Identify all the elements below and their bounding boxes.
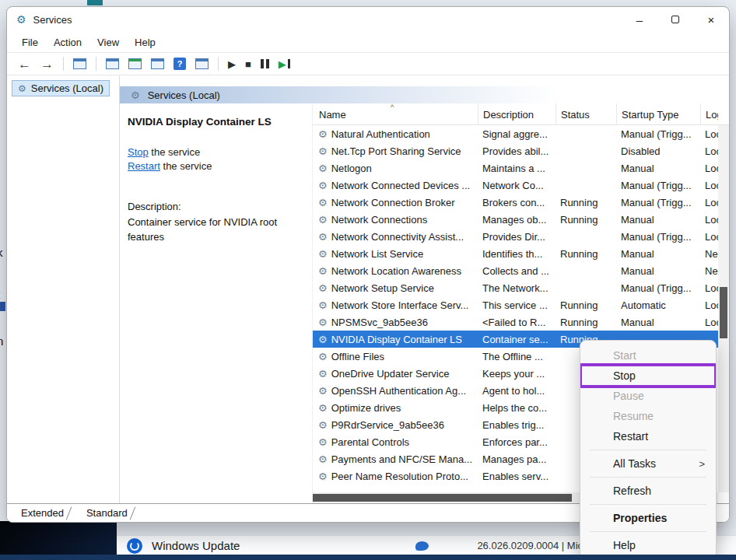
vertical-scroll-thumb[interactable] [720, 287, 727, 338]
restart-service-link[interactable]: Restart [128, 160, 160, 172]
menu-item-properties[interactable]: Properties [580, 508, 716, 528]
description-label: Description: [128, 201, 300, 212]
table-row[interactable]: ⚙Network Connected Devices ... Network C… [313, 177, 718, 194]
service-description: Container se... [478, 334, 556, 345]
windows-update-label[interactable]: Windows Update [152, 539, 240, 552]
properties-toolbar-button[interactable] [106, 58, 119, 69]
table-row[interactable]: ⚙Network Store Interface Serv... This se… [313, 296, 718, 313]
menu-item-label: Refresh [613, 485, 651, 497]
service-gear-icon: ⚙ [318, 317, 328, 328]
service-name: Peer Name Resolution Proto... [331, 471, 468, 482]
service-log-on-as: Loc... [700, 180, 718, 191]
pause-service-button[interactable] [261, 59, 269, 68]
service-description: Manages ob... [478, 214, 556, 226]
service-gear-icon: ⚙ [318, 265, 328, 277]
table-row[interactable]: ⚙Network Location Awareness Collects and… [313, 262, 718, 279]
show-console-tree-button[interactable] [73, 58, 86, 69]
sort-ascending-icon: ^ [391, 103, 394, 111]
back-arrow-icon[interactable]: ← [18, 58, 31, 71]
service-description: Helps the co... [478, 402, 556, 414]
menu-view[interactable]: View [90, 34, 126, 51]
column-header-startup-type[interactable]: Startup Type [616, 103, 700, 124]
service-gear-icon: ⚙ [318, 197, 328, 208]
menu-item-pause: Pause [580, 386, 716, 406]
export-list-button[interactable] [151, 58, 164, 69]
service-gear-icon: ⚙ [318, 231, 328, 243]
table-row[interactable]: ⚙Netlogon Maintains a ... Manual Loc... [313, 159, 718, 177]
service-description: Identifies th... [478, 248, 556, 260]
menu-file[interactable]: File [15, 34, 45, 51]
maximize-button[interactable] [657, 7, 693, 32]
column-header-description[interactable]: Description [478, 103, 556, 124]
service-description: Manages pa... [478, 453, 556, 465]
forward-arrow-icon[interactable]: → [40, 58, 54, 71]
stop-service-link[interactable]: Stop [128, 146, 149, 158]
table-row[interactable]: ⚙Network Connectivity Assist... Provides… [313, 228, 718, 245]
column-header-name[interactable]: Name [313, 103, 478, 124]
service-gear-icon: ⚙ [318, 471, 328, 482]
pane-header-title: Services (Local) [148, 89, 220, 101]
minimize-button[interactable]: – [622, 7, 657, 32]
menu-help[interactable]: Help [128, 34, 163, 51]
stop-service-button[interactable]: ■ [245, 59, 251, 69]
service-gear-icon: ⚙ [318, 180, 328, 191]
menu-action[interactable]: Action [47, 34, 89, 51]
menu-item-all-tasks[interactable]: All Tasks> [580, 453, 716, 474]
table-row[interactable]: ⚙Network Connection Broker Brokers con..… [313, 194, 718, 211]
menu-item-refresh[interactable]: Refresh [580, 481, 716, 501]
service-gear-icon: ⚙ [318, 351, 328, 362]
service-name: Offline Files [331, 351, 384, 362]
service-status: Running [556, 299, 616, 311]
toolbar: ← → ? ▶ ■ ▶ [7, 52, 729, 75]
menu-separator [590, 531, 706, 532]
background-text-fragment: n [0, 334, 3, 348]
column-header-log-on-as[interactable]: Log [700, 103, 718, 124]
horizontal-scroll-thumb[interactable] [313, 494, 572, 502]
service-description: This service ... [478, 299, 556, 311]
service-name: Network Store Interface Serv... [331, 299, 469, 311]
start-service-button[interactable]: ▶ [228, 59, 236, 69]
restart-service-button[interactable]: ▶ [279, 59, 290, 69]
service-log-on-as: Loc... [700, 163, 718, 174]
service-log-on-as: Loc... [700, 282, 718, 294]
vertical-scrollbar[interactable] [718, 125, 729, 492]
menu-item-label: All Tasks [613, 457, 656, 470]
service-name: P9RdrService_9ab5ee36 [331, 419, 444, 431]
menu-item-help[interactable]: Help [580, 535, 716, 555]
column-header-status[interactable]: Status [556, 103, 616, 124]
service-gear-icon: ⚙ [318, 385, 328, 397]
service-description: The Network... [478, 282, 556, 294]
refresh-toolbar-button[interactable] [128, 58, 142, 69]
description-text: Container service for NVIDIA root featur… [128, 215, 287, 243]
table-row[interactable]: ⚙NPSMSvc_9ab5ee36 <Failed to R... Runnin… [313, 313, 718, 331]
table-row[interactable]: ⚙Net.Tcp Port Sharing Service Provides a… [313, 142, 718, 159]
restart-service-line: Restart the service [128, 159, 300, 173]
background-text-fragment: k [0, 246, 3, 259]
service-startup-type: Manual (Trigg... [616, 180, 700, 191]
close-button[interactable]: × [693, 7, 729, 32]
service-status: Running [556, 248, 616, 260]
table-row[interactable]: ⚙Network Connections Manages ob... Runni… [313, 211, 718, 228]
view-options-button[interactable] [195, 58, 209, 69]
help-toolbar-button[interactable]: ? [173, 58, 186, 70]
table-row[interactable]: ⚙Network Setup Service The Network... Ma… [313, 279, 718, 296]
service-log-on-as: Ne... [700, 265, 718, 277]
menu-item-stop[interactable]: Stop [580, 366, 716, 386]
service-startup-type: Manual (Trigg... [616, 282, 700, 294]
title-bar[interactable]: ⚙ Services – × [7, 7, 729, 32]
service-gear-icon: ⚙ [318, 299, 328, 311]
service-name: Payments and NFC/SE Mana... [331, 453, 472, 465]
service-description: Provides abil... [478, 145, 556, 157]
table-row[interactable]: ⚙Network List Service Identifies th... R… [313, 245, 718, 262]
tree-item-services-local[interactable]: ⚙ Services (Local) [12, 80, 110, 96]
service-log-on-as: Loc... [700, 317, 718, 328]
menu-item-restart[interactable]: Restart [580, 426, 716, 446]
service-gear-icon: ⚙ [318, 282, 328, 294]
service-startup-type: Manual (Trigg... [616, 197, 700, 208]
service-startup-type: Manual [616, 248, 700, 260]
service-description: The Offline ... [478, 351, 556, 362]
table-row[interactable]: ⚙Natural Authentication Signal aggre... … [313, 125, 718, 142]
service-log-on-as: Loc... [700, 214, 718, 226]
restart-service-suffix: the service [160, 160, 212, 172]
selected-service-name: NVIDIA Display Container LS [128, 116, 300, 128]
